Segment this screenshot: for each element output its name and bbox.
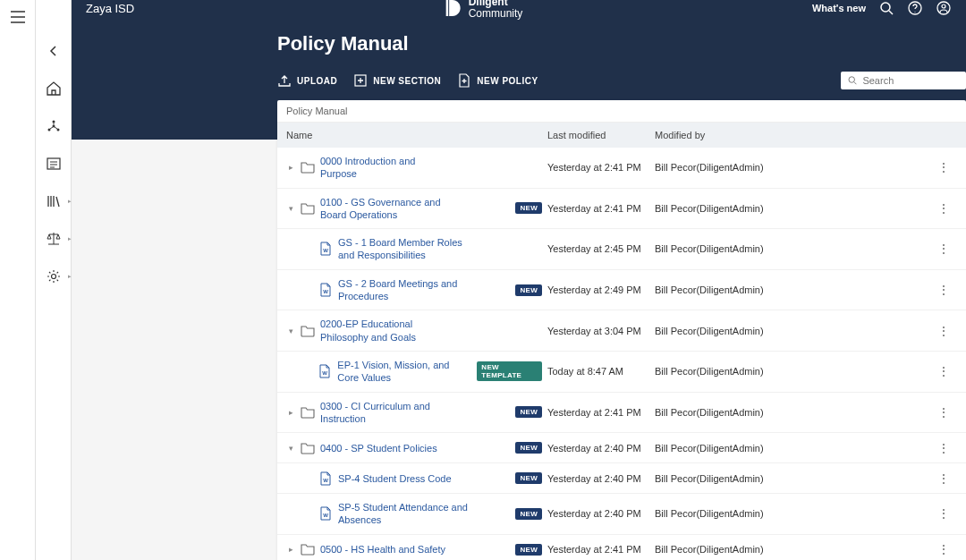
row-menu-icon[interactable]: ⋮ — [930, 542, 957, 556]
hamburger-column — [0, 0, 36, 560]
new-badge: NEW — [515, 508, 542, 520]
column-name[interactable]: Name — [286, 130, 547, 140]
svg-point-5 — [51, 275, 55, 279]
modified-by-cell: Bill Pecor(DiligentAdmin) — [655, 508, 930, 519]
chevron-down-icon[interactable]: ▾ — [286, 444, 295, 453]
new-section-button[interactable]: NEW SECTION — [353, 73, 441, 88]
item-name-link[interactable]: GS - 1 Board Member Roles and Responsibi… — [338, 236, 472, 262]
sidebar-nodes-icon[interactable] — [43, 115, 64, 137]
modified-cell: Yesterday at 2:49 PM — [547, 284, 655, 295]
table-row: ▸WSP-4 Student Dress CodeNEWYesterday at… — [277, 463, 966, 494]
search-icon[interactable] — [878, 0, 894, 16]
help-icon[interactable] — [907, 0, 923, 16]
row-menu-icon[interactable]: ⋮ — [930, 471, 957, 486]
sidebar-list-icon[interactable] — [43, 153, 64, 174]
table-row: ▾0100 - GS Governance and Board Operatio… — [277, 189, 966, 230]
modified-by-cell: Bill Pecor(DiligentAdmin) — [655, 473, 930, 484]
item-name-link[interactable]: 0100 - GS Governance and Board Operation… — [320, 196, 454, 222]
item-name-link[interactable]: EP-1 Vision, Mission, and Core Values — [337, 359, 471, 385]
item-name-link[interactable]: SP-4 Student Dress Code — [338, 472, 452, 485]
table-row: ▾0400 - SP Student PoliciesNEWYesterday … — [277, 433, 966, 463]
row-menu-icon[interactable]: ⋮ — [930, 506, 957, 521]
row-menu-icon[interactable]: ⋮ — [930, 283, 957, 297]
sidebar-home-icon[interactable] — [43, 78, 64, 99]
modified-cell: Yesterday at 2:45 PM — [547, 243, 655, 254]
document-icon: W — [318, 364, 332, 378]
new-badge: NEW — [515, 544, 542, 556]
modified-cell: Yesterday at 2:41 PM — [547, 162, 655, 173]
row-menu-icon[interactable]: ⋮ — [930, 441, 957, 455]
chevron-down-icon[interactable]: ▾ — [286, 327, 295, 335]
brand-logo[interactable]: Diligent Community — [444, 0, 523, 20]
search-icon — [848, 75, 857, 86]
hamburger-menu-button[interactable] — [7, 7, 29, 30]
document-icon: W — [318, 242, 333, 256]
item-name-link[interactable]: SP-5 Student Attendance and Absences — [338, 501, 472, 527]
modified-cell: Yesterday at 2:40 PM — [547, 473, 655, 484]
folder-icon — [301, 160, 315, 174]
modified-by-cell: Bill Pecor(DiligentAdmin) — [655, 544, 930, 555]
item-name-link[interactable]: 0200-EP Educational Philosophy and Goals — [320, 318, 454, 344]
document-icon: W — [318, 506, 333, 521]
item-name-link[interactable]: 0500 - HS Health and Safety — [320, 543, 445, 556]
new-badge: NEW — [515, 406, 542, 418]
row-menu-icon[interactable]: ⋮ — [930, 242, 957, 256]
modified-cell: Yesterday at 2:40 PM — [547, 443, 655, 454]
table-row: ▸0300 - CI Curriculum and InstructionNEW… — [277, 393, 966, 434]
breadcrumb[interactable]: Policy Manual — [277, 100, 966, 123]
sidebar-gear-icon[interactable]: ▸ — [43, 266, 64, 287]
column-modified[interactable]: Last modified — [547, 130, 655, 140]
chevron-right-icon[interactable]: ▸ — [286, 163, 295, 172]
sidebar-back-icon[interactable] — [43, 40, 64, 62]
new-section-label: NEW SECTION — [373, 76, 441, 86]
row-menu-icon[interactable]: ⋮ — [930, 405, 957, 420]
new-badge: NEW — [515, 472, 542, 484]
sidebar-library-icon[interactable]: ▸ — [43, 191, 64, 212]
chevron-down-icon[interactable]: ▾ — [286, 204, 295, 213]
chevron-right-icon[interactable]: ▸ — [286, 408, 295, 417]
row-menu-icon[interactable]: ⋮ — [930, 364, 957, 378]
svg-text:W: W — [323, 370, 328, 376]
folder-icon — [301, 201, 315, 216]
chevron-right-icon: ▸ — [68, 273, 72, 280]
search-box[interactable] — [841, 72, 966, 89]
table-row: ▾0200-EP Educational Philosophy and Goal… — [277, 310, 966, 352]
svg-point-11 — [849, 77, 855, 83]
modified-cell: Yesterday at 2:41 PM — [547, 203, 655, 214]
modified-by-cell: Bill Pecor(DiligentAdmin) — [655, 366, 930, 377]
chevron-right-icon: ▸ — [68, 235, 72, 242]
item-name-link[interactable]: 0300 - CI Curriculum and Instruction — [320, 400, 454, 426]
item-name-link[interactable]: 0000 Introduction and Purpose — [320, 155, 454, 181]
svg-text:W: W — [323, 513, 328, 518]
sidebar-scales-icon[interactable]: ▸ — [43, 228, 64, 250]
search-input[interactable] — [862, 75, 959, 86]
new-badge: NEW — [515, 442, 542, 454]
new-policy-button[interactable]: NEW POLICY — [457, 73, 538, 88]
table-header: Name Last modified Modified by — [277, 123, 966, 148]
modified-by-cell: Bill Pecor(DiligentAdmin) — [655, 203, 930, 214]
row-menu-icon[interactable]: ⋮ — [930, 201, 957, 216]
modified-cell: Yesterday at 3:04 PM — [547, 326, 655, 336]
table-row: ▸0000 Introduction and PurposeYesterday … — [277, 148, 966, 189]
chevron-right-icon[interactable]: ▸ — [286, 545, 295, 554]
user-icon[interactable] — [936, 0, 952, 16]
whats-new-link[interactable]: What's new — [812, 3, 866, 13]
org-name: Zaya ISD — [86, 2, 134, 15]
document-icon: W — [318, 283, 333, 297]
column-by[interactable]: Modified by — [655, 130, 930, 140]
row-menu-icon[interactable]: ⋮ — [930, 160, 957, 174]
document-icon: W — [318, 471, 333, 486]
new-badge: NEW — [515, 202, 542, 214]
upload-button[interactable]: UPLOAD — [277, 73, 337, 88]
folder-icon — [301, 405, 315, 420]
item-name-link[interactable]: 0400 - SP Student Policies — [320, 442, 437, 454]
table-row: ▸WSP-5 Student Attendance and AbsencesNE… — [277, 494, 966, 535]
item-name-link[interactable]: GS - 2 Board Meetings and Procedures — [338, 277, 472, 303]
folder-icon — [301, 441, 315, 455]
brand-line2: Community — [469, 8, 523, 20]
modified-cell: Yesterday at 2:40 PM — [547, 508, 655, 519]
diligent-logo-icon — [444, 0, 463, 18]
row-menu-icon[interactable]: ⋮ — [930, 324, 957, 338]
modified-by-cell: Bill Pecor(DiligentAdmin) — [655, 284, 930, 295]
modified-cell: Yesterday at 2:41 PM — [547, 407, 655, 418]
